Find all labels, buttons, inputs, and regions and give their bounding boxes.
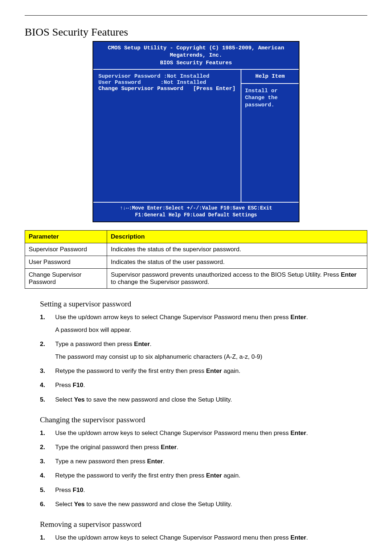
list-item: 2.Type the original password then press … <box>40 442 367 452</box>
desc-cell: Indicates the status of the supervisor p… <box>107 243 367 256</box>
top-rule <box>25 15 367 16</box>
desc-cell: Indicates the status of the user passwor… <box>107 256 367 268</box>
list-item: 1.Use the up/down arrow keys to select C… <box>40 533 367 542</box>
bios-header-line1: CMOS Setup Utility - Copyright (C) 1985-… <box>95 45 297 60</box>
bios-footer-line1: ↑↓↔:Move Enter:Select +/-/:Value F10:Sav… <box>95 205 297 212</box>
list-item: 3.Retype the password to verify the firs… <box>40 366 367 376</box>
changing-steps: 1.Use the up/down arrow keys to select C… <box>40 428 367 509</box>
bios-sup-password: Supervisor Password :Not Installed <box>98 73 236 80</box>
parameter-table: Parameter Description Supervisor Passwor… <box>25 230 367 289</box>
table-row: Supervisor Password Indicates the status… <box>25 243 367 256</box>
th-description: Description <box>107 230 367 243</box>
changing-heading: Changing the supervisor password <box>40 415 367 424</box>
removing-heading: Removing a supervisor password <box>40 520 367 529</box>
bios-footer-line2: F1:General Help F9:Load Default Settings <box>95 212 297 219</box>
list-item: 5.Press F10. <box>40 485 367 495</box>
th-parameter: Parameter <box>25 230 107 243</box>
bios-right-panel: Help Item Install or Change the password… <box>241 70 299 202</box>
desc-cell: Supervisor password prevents unauthorize… <box>107 268 367 288</box>
bios-help-title: Help Item <box>241 70 299 84</box>
table-row: Change Supervisor Password Supervisor pa… <box>25 268 367 288</box>
bios-screenshot: CMOS Setup Utility - Copyright (C) 1985-… <box>25 41 367 222</box>
removing-steps: 1.Use the up/down arrow keys to select C… <box>40 533 367 549</box>
setting-steps: 1.Use the up/down arrow keys to select C… <box>40 312 367 404</box>
section-title: BIOS Security Features <box>25 26 367 38</box>
list-item: 1.Use the up/down arrow keys to select C… <box>40 428 367 438</box>
list-item: 2.Enter the current password then press … <box>40 547 367 549</box>
list-item: 3.Type a new password then press Enter. <box>40 456 367 466</box>
list-item: 4.Retype the password to verify the firs… <box>40 471 367 480</box>
list-item: 5.Select Yes to save the new password an… <box>40 395 367 404</box>
bios-user-password: User Password :Not Installed <box>98 80 236 86</box>
list-item: 1.Use the up/down arrow keys to select C… <box>40 312 367 335</box>
list-item: 4.Press F10. <box>40 380 367 390</box>
param-cell: User Password <box>25 256 107 268</box>
bios-header-line2: BIOS Security Features <box>95 60 297 67</box>
setting-heading: Setting a supervisor password <box>40 300 367 309</box>
bios-footer: ↑↓↔:Move Enter:Select +/-/:Value F10:Sav… <box>93 202 299 221</box>
bios-left-panel: Supervisor Password :Not Installed User … <box>93 70 241 202</box>
list-item: 6.Select Yes to save the new password an… <box>40 499 367 509</box>
table-header-row: Parameter Description <box>25 230 367 243</box>
bios-help-body: Install or Change the password. <box>241 84 299 113</box>
list-item: 2.Type a password then press Enter.The p… <box>40 339 367 362</box>
bios-change-password: Change Supervisor Password [Press Enter] <box>98 86 236 92</box>
bios-header: CMOS Setup Utility - Copyright (C) 1985-… <box>93 42 299 70</box>
param-cell: Change Supervisor Password <box>25 268 107 288</box>
table-row: User Password Indicates the status of th… <box>25 256 367 268</box>
param-cell: Supervisor Password <box>25 243 107 256</box>
